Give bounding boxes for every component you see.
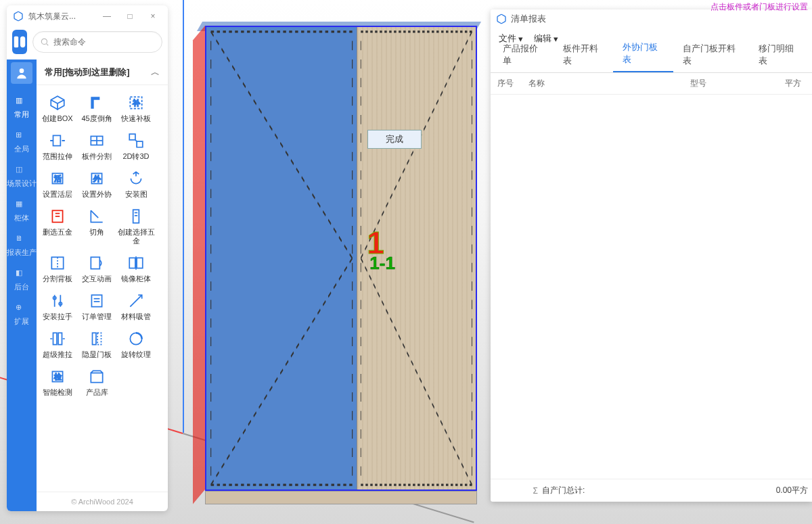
tool-label: 交互动画 <box>82 275 112 283</box>
tool-label: 2D转3D <box>122 152 149 161</box>
tool-0[interactable]: 创建BOX <box>38 89 77 127</box>
tool-10[interactable]: 切角 <box>77 203 116 241</box>
tool-9[interactable]: 删选五金 <box>38 203 77 241</box>
tool-label: 删选五金 <box>43 228 72 237</box>
tool-icon <box>127 329 145 348</box>
tool-icon: 活 <box>48 169 67 188</box>
tool-label: 切角 <box>89 228 104 237</box>
sigma-icon: Σ <box>491 486 538 496</box>
svg-line-5 <box>361 258 472 485</box>
svg-point-10 <box>20 68 24 73</box>
cabinet-top-face <box>197 22 481 31</box>
tool-4[interactable]: 板件分割 <box>77 127 116 165</box>
tool-icon <box>127 207 145 226</box>
nav-label: 扩展 <box>14 316 29 327</box>
tool-label: 隐显门板 <box>82 350 112 359</box>
svg-text:补: 补 <box>133 99 140 107</box>
tool-18[interactable]: 超级推拉 <box>38 325 77 363</box>
window-title: 筑木筑巢云... <box>28 11 93 22</box>
tool-21[interactable]: 检智能检测 <box>38 363 77 401</box>
tool-icon <box>87 254 106 272</box>
tool-3[interactable]: 范围拉伸 <box>38 127 77 165</box>
tool-17[interactable]: 材料吸管 <box>116 287 156 325</box>
tool-icon <box>87 207 106 226</box>
window-minimize[interactable]: — <box>97 8 116 24</box>
tool-icon <box>48 291 67 310</box>
door-left[interactable] <box>206 27 357 490</box>
nav-label: 常用 <box>14 110 29 120</box>
cabinet-side-face <box>193 26 205 504</box>
table-footer: Σ 自产门总计: 0.00平方 <box>491 479 812 502</box>
side-nav-0[interactable]: ▥常用 <box>7 91 37 125</box>
tool-label: 安装图 <box>125 190 148 199</box>
svg-rect-0 <box>211 32 353 485</box>
tool-label: 创建选择五金 <box>116 228 156 245</box>
footer-copyright: © ArchiWood 2024 <box>37 492 168 511</box>
tool-15[interactable]: 安装拉手 <box>38 287 77 325</box>
chevron-up-icon[interactable]: ︿ <box>151 66 160 78</box>
nav-label: 后台 <box>14 282 29 292</box>
side-nav-1[interactable]: ⊞全局 <box>7 125 37 160</box>
nav-icon: ⊕ <box>16 303 28 315</box>
table-header: 序号 名称 型号 平方 <box>491 73 812 95</box>
cabinet-model[interactable]: 1 1-1 完成 <box>193 20 477 494</box>
tab-1[interactable]: 板件开料表 <box>554 37 614 72</box>
nav-icon: ◧ <box>16 268 28 281</box>
side-nav-6[interactable]: ⊕扩展 <box>7 297 37 332</box>
window-maximize[interactable]: □ <box>120 8 139 24</box>
tip-hint: 点击板件或者门板进行设置 <box>710 1 808 13</box>
tool-20[interactable]: 旋转纹理 <box>116 325 156 363</box>
tool-14[interactable]: 镜像柜体 <box>116 249 156 287</box>
svg-rect-36 <box>91 295 102 306</box>
tool-22[interactable]: 产品库 <box>77 363 116 401</box>
tool-19[interactable]: 隐显门板 <box>77 325 116 363</box>
tool-16[interactable]: 订单管理 <box>77 287 116 325</box>
tool-12[interactable]: 分割背板 <box>38 249 77 287</box>
tool-5[interactable]: 2D转3D <box>116 127 156 165</box>
tool-icon <box>48 254 67 272</box>
user-avatar[interactable] <box>11 62 32 84</box>
nav-label: 场景设计 <box>7 178 37 189</box>
svg-text:外: 外 <box>93 174 101 183</box>
tool-11[interactable]: 创建选择五金 <box>116 203 156 249</box>
tool-13[interactable]: 交互动画 <box>77 249 116 287</box>
side-nav-4[interactable]: 🗎报表生产 <box>7 229 37 263</box>
svg-rect-40 <box>58 333 62 344</box>
tool-label: 设置外协 <box>82 190 112 199</box>
tool-6[interactable]: 活设置活层 <box>38 165 77 203</box>
window-close[interactable]: × <box>143 8 162 24</box>
panel-title: 常用[拖动到这里删除] <box>45 66 130 78</box>
tab-4[interactable]: 移门明细表 <box>749 37 809 72</box>
side-nav-2[interactable]: ◫场景设计 <box>7 160 37 194</box>
tool-label: 范围拉伸 <box>43 152 72 161</box>
door-right[interactable]: 1 1-1 <box>357 27 476 490</box>
tool-8[interactable]: 安装图 <box>116 165 156 203</box>
tool-2[interactable]: 补快速补板 <box>116 89 156 127</box>
tab-3[interactable]: 自产门板开料表 <box>673 37 750 72</box>
nav-icon: ▦ <box>16 199 28 212</box>
nav-icon: 🗎 <box>16 234 28 246</box>
svg-rect-46 <box>91 373 102 383</box>
svg-point-8 <box>41 39 47 44</box>
search-box[interactable] <box>32 31 162 53</box>
side-nav-3[interactable]: ▦柜体 <box>7 194 37 229</box>
search-input[interactable] <box>53 37 155 47</box>
tab-2[interactable]: 外协门板表 <box>613 36 673 72</box>
tool-icon <box>127 169 145 188</box>
nav-label: 全局 <box>14 144 29 154</box>
cabinet-front[interactable]: 1 1-1 <box>205 26 477 491</box>
svg-line-4 <box>361 32 472 258</box>
tool-icon <box>87 131 106 150</box>
tool-label: 快速补板 <box>121 114 151 123</box>
brand-logo[interactable] <box>12 30 27 54</box>
panel-header[interactable]: 常用[拖动到这里删除] ︿ <box>37 59 168 85</box>
tool-7[interactable]: 外设置外协 <box>77 165 116 203</box>
side-nav-5[interactable]: ◧后台 <box>7 263 37 297</box>
svg-rect-32 <box>137 258 143 268</box>
axis-x-positive <box>183 433 474 523</box>
tool-1[interactable]: 45度倒角 <box>77 89 116 127</box>
tool-label: 板件分割 <box>82 152 112 161</box>
tab-0[interactable]: 产品报价单 <box>493 37 554 72</box>
cabinet-base <box>205 491 477 504</box>
report-tabs: 产品报价单板件开料表外协门板表自产门板开料表移门明细表 <box>491 49 812 73</box>
